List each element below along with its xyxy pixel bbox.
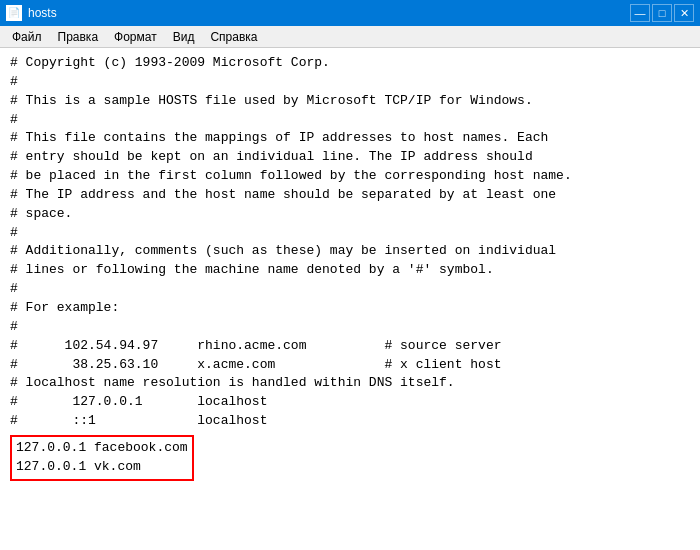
menu-edit[interactable]: Правка <box>50 28 107 46</box>
menu-help[interactable]: Справка <box>202 28 265 46</box>
text-line: # The IP address and the host name shoul… <box>10 186 690 205</box>
text-line: # Additionally, comments (such as these)… <box>10 242 690 261</box>
minimize-button[interactable]: — <box>630 4 650 22</box>
text-editor[interactable]: # Copyright (c) 1993-2009 Microsoft Corp… <box>0 48 700 550</box>
text-line: # <box>10 224 690 243</box>
text-line: # Copyright (c) 1993-2009 Microsoft Corp… <box>10 54 690 73</box>
highlighted-line: 127.0.0.1 vk.com <box>16 458 188 477</box>
window-title: hosts <box>28 6 57 20</box>
menu-file[interactable]: Файл <box>4 28 50 46</box>
title-bar: 📄 hosts — □ ✕ <box>0 0 700 26</box>
text-line: # <box>10 73 690 92</box>
text-line: # This file contains the mappings of IP … <box>10 129 690 148</box>
highlighted-entries: 127.0.0.1 facebook.com127.0.0.1 vk.com <box>10 435 194 481</box>
text-line: # This is a sample HOSTS file used by Mi… <box>10 92 690 111</box>
text-line: # lines or following the machine name de… <box>10 261 690 280</box>
text-line: # 102.54.94.97 rhino.acme.com # source s… <box>10 337 690 356</box>
text-line: # entry should be kept on an individual … <box>10 148 690 167</box>
text-line: # localhost name resolution is handled w… <box>10 374 690 393</box>
menu-bar: Файл Правка Формат Вид Справка <box>0 26 700 48</box>
text-line: # For example: <box>10 299 690 318</box>
close-button[interactable]: ✕ <box>674 4 694 22</box>
highlighted-line: 127.0.0.1 facebook.com <box>16 439 188 458</box>
text-line: # ::1 localhost <box>10 412 690 431</box>
menu-format[interactable]: Формат <box>106 28 165 46</box>
title-bar-left: 📄 hosts <box>6 5 57 21</box>
file-icon: 📄 <box>6 5 22 21</box>
text-line: # be placed in the first column followed… <box>10 167 690 186</box>
window: 📄 hosts — □ ✕ Файл Правка Формат Вид Спр… <box>0 0 700 550</box>
text-line: # 38.25.63.10 x.acme.com # x client host <box>10 356 690 375</box>
title-bar-controls: — □ ✕ <box>630 4 694 22</box>
text-line: # <box>10 111 690 130</box>
text-line: # <box>10 280 690 299</box>
text-line: # 127.0.0.1 localhost <box>10 393 690 412</box>
text-line: # space. <box>10 205 690 224</box>
maximize-button[interactable]: □ <box>652 4 672 22</box>
menu-view[interactable]: Вид <box>165 28 203 46</box>
text-line: # <box>10 318 690 337</box>
